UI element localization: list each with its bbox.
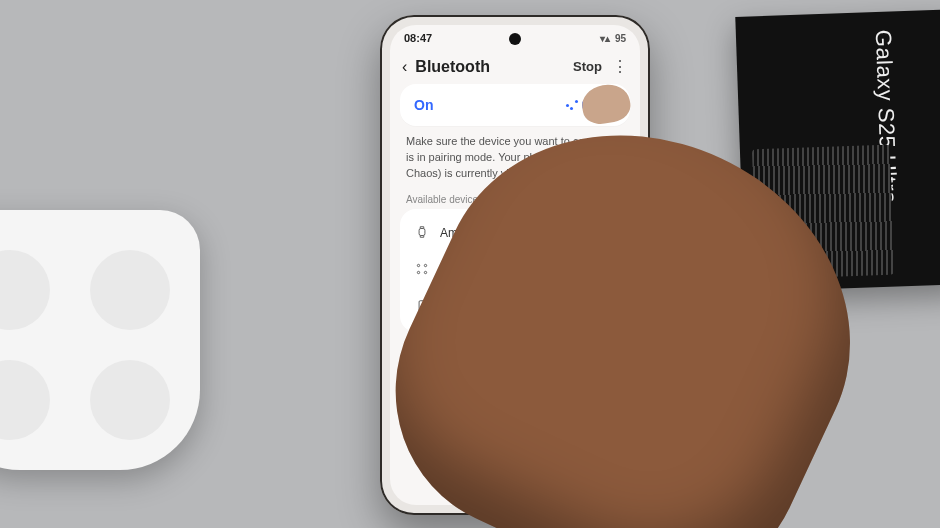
generic-device-icon <box>414 262 430 279</box>
svg-point-4 <box>424 271 426 273</box>
page-title: Bluetooth <box>415 58 490 76</box>
scanning-animation-icon <box>564 98 578 112</box>
more-options-icon[interactable]: ⋮ <box>612 57 628 76</box>
signal-icon: ▾▴ <box>600 33 610 44</box>
stop-scan-button[interactable]: Stop <box>573 59 602 74</box>
watch-icon <box>414 225 430 242</box>
status-time: 08:47 <box>404 32 432 44</box>
ps5-controller-prop <box>0 210 200 470</box>
battery-level: 95 <box>615 33 626 44</box>
svg-rect-0 <box>419 228 425 235</box>
svg-point-3 <box>417 271 419 273</box>
svg-point-2 <box>424 264 426 266</box>
status-bar: 08:47 ▾▴ 95 <box>390 25 640 51</box>
camera-punch-hole <box>509 33 521 45</box>
svg-point-1 <box>417 264 419 266</box>
page-header: ‹ Bluetooth Stop ⋮ <box>390 51 640 78</box>
back-icon[interactable]: ‹ <box>402 58 407 76</box>
bluetooth-state-label: On <box>414 97 433 113</box>
